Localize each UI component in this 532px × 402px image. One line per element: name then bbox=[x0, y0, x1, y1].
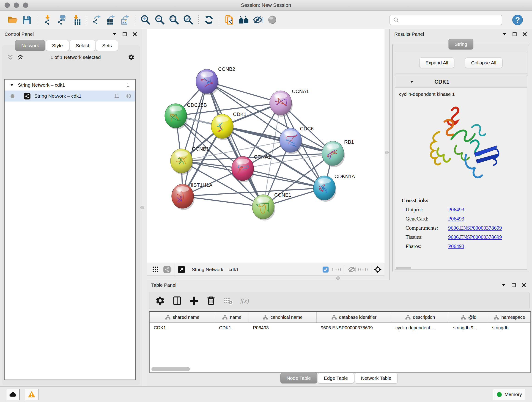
panel-menu-icon[interactable] bbox=[502, 32, 507, 37]
node-CCNA1[interactable] bbox=[270, 91, 293, 117]
warnings-button[interactable] bbox=[25, 389, 38, 400]
column-header-canonical-name[interactable]: canonical name bbox=[249, 312, 317, 322]
tab-edge-table[interactable]: Edge Table bbox=[318, 373, 354, 383]
export-image-button[interactable] bbox=[119, 13, 131, 27]
network-canvas[interactable]: CCNB2CCNA1CDC25BCDK1CDC6RB1CCNB1CCNA2CDK… bbox=[147, 29, 385, 263]
node-CCNB1[interactable] bbox=[171, 149, 193, 175]
column-header-database-identifier[interactable]: database identifier bbox=[317, 312, 391, 322]
bottom-splitter-handle[interactable] bbox=[336, 276, 340, 280]
node-RB1[interactable] bbox=[322, 141, 345, 167]
node-CDC6[interactable] bbox=[279, 128, 302, 154]
birds-eye-view-icon[interactable] bbox=[152, 266, 159, 274]
crosslink-uniprot-link[interactable]: P06493 bbox=[448, 207, 464, 213]
column-header-namespace[interactable]: namespace bbox=[488, 312, 531, 322]
entry-scrollbar-thumb[interactable] bbox=[396, 267, 411, 269]
open-session-button[interactable] bbox=[6, 13, 19, 27]
network-collection-row[interactable]: String Network – cdk1 1 bbox=[5, 80, 135, 90]
expand-all-networks-icon[interactable] bbox=[7, 54, 14, 61]
node-CDC25B[interactable] bbox=[165, 104, 188, 129]
zoom-in-button[interactable] bbox=[139, 13, 152, 27]
hidden-eye-icon[interactable] bbox=[348, 266, 356, 274]
network-options-gear-icon[interactable] bbox=[127, 54, 135, 61]
node-CDKN1A[interactable] bbox=[313, 176, 336, 202]
column-header-name[interactable]: name bbox=[215, 312, 249, 322]
tab-select[interactable]: Select bbox=[70, 40, 95, 51]
apply-layout-button[interactable] bbox=[203, 13, 215, 27]
collection-label: String Network – cdk1 bbox=[18, 82, 65, 88]
panel-close-icon[interactable] bbox=[132, 32, 138, 37]
help-button[interactable]: ? bbox=[512, 14, 523, 26]
network-inactive-icon[interactable] bbox=[163, 266, 171, 274]
table-options-gear-icon[interactable] bbox=[155, 296, 165, 306]
edge-HIST1H1A-CCNE1[interactable] bbox=[183, 196, 263, 207]
network-graph[interactable]: CCNB2CCNA1CDC25BCDK1CDC6RB1CCNB1CCNA2CDK… bbox=[147, 29, 385, 263]
crosslink-genecard-link[interactable]: P06493 bbox=[448, 216, 464, 222]
panel-float-icon[interactable] bbox=[122, 32, 127, 37]
tab-sets[interactable]: Sets bbox=[96, 40, 118, 51]
selected-checkbox-icon[interactable] bbox=[322, 266, 329, 274]
panel-menu-icon[interactable] bbox=[112, 32, 117, 37]
column-header-description[interactable]: description bbox=[391, 312, 449, 322]
edge-CCNB2-CCNE1[interactable] bbox=[207, 81, 263, 207]
export-table-button[interactable] bbox=[104, 13, 117, 27]
panel-float-icon[interactable] bbox=[512, 32, 517, 37]
node-CCNE1[interactable] bbox=[252, 195, 275, 220]
import-table-file-button[interactable] bbox=[70, 13, 82, 27]
column-header-id[interactable]: @id bbox=[449, 312, 488, 322]
edge-CDK1-RB1[interactable] bbox=[222, 126, 333, 153]
node-CDK1[interactable] bbox=[211, 114, 234, 140]
cloud-status-button[interactable] bbox=[6, 389, 20, 400]
add-column-icon[interactable] bbox=[189, 296, 199, 306]
node-CCNB2[interactable] bbox=[196, 69, 219, 95]
network-row[interactable]: String Network – cdk1 11 48 bbox=[5, 90, 135, 102]
crosslink-tissues-link[interactable]: 9606.ENSP00000378699 bbox=[448, 234, 502, 240]
crosslink-compartments-link[interactable]: 9606.ENSP00000378699 bbox=[448, 225, 502, 231]
export-network-button[interactable] bbox=[90, 13, 103, 27]
delete-column-icon[interactable] bbox=[206, 296, 216, 306]
save-session-button[interactable] bbox=[21, 13, 33, 27]
import-network-database-button[interactable] bbox=[56, 13, 68, 27]
collapse-all-networks-icon[interactable] bbox=[17, 54, 24, 61]
entry-header[interactable]: CDK1 bbox=[395, 76, 527, 88]
tab-network[interactable]: Network bbox=[15, 40, 45, 51]
edge-CCNB2-HIST1H1A[interactable] bbox=[183, 81, 207, 196]
show-columns-icon[interactable] bbox=[172, 296, 182, 306]
window-zoom-button[interactable] bbox=[23, 2, 28, 8]
node-CCNA2[interactable] bbox=[232, 156, 254, 182]
tab-string[interactable]: String bbox=[448, 39, 473, 50]
show-all-button[interactable] bbox=[266, 13, 278, 27]
window-minimize-button[interactable] bbox=[14, 2, 19, 8]
window-close-button[interactable] bbox=[5, 2, 10, 8]
panel-float-icon[interactable] bbox=[511, 282, 516, 288]
panel-menu-icon[interactable] bbox=[501, 282, 506, 288]
detach-view-icon[interactable] bbox=[177, 266, 185, 274]
memory-button[interactable]: Memory bbox=[493, 389, 526, 400]
zoom-selected-button[interactable] bbox=[182, 13, 194, 27]
crosslink-pharos-link[interactable]: P06493 bbox=[448, 243, 464, 249]
panel-close-icon[interactable] bbox=[521, 282, 526, 288]
zoom-out-button[interactable] bbox=[153, 13, 166, 27]
import-network-file-button[interactable] bbox=[41, 13, 54, 27]
table-panel-titlebar: Table Panel bbox=[147, 280, 532, 290]
collapse-all-button[interactable]: Collapse All bbox=[465, 57, 502, 68]
column-header-shared-name[interactable]: shared name bbox=[150, 312, 215, 322]
tab-node-table[interactable]: Node Table bbox=[280, 373, 317, 383]
panel-close-icon[interactable] bbox=[522, 32, 527, 37]
table-hscrollbar-thumb[interactable] bbox=[152, 367, 190, 371]
search-box[interactable] bbox=[389, 15, 502, 25]
collection-expander-icon[interactable] bbox=[9, 82, 15, 88]
window-title: Session: New Session bbox=[0, 0, 532, 11]
right-splitter-handle[interactable] bbox=[385, 151, 389, 154]
expand-all-button[interactable]: Expand All bbox=[419, 57, 454, 68]
zoom-fit-button[interactable] bbox=[168, 13, 180, 27]
tab-style[interactable]: Style bbox=[46, 40, 69, 51]
fit-selected-button[interactable] bbox=[371, 266, 385, 274]
left-splitter-handle[interactable] bbox=[140, 206, 144, 209]
table-row[interactable]: CDK1CDK1P064939606.ENSP00000378699cyclin… bbox=[150, 323, 530, 333]
first-neighbors-button[interactable] bbox=[237, 13, 250, 27]
entry-expander-icon[interactable] bbox=[409, 79, 414, 84]
tab-network-table[interactable]: Network Table bbox=[355, 373, 398, 383]
hide-selected-button[interactable] bbox=[252, 13, 264, 27]
search-input[interactable] bbox=[399, 17, 499, 23]
clipboard-network-button[interactable] bbox=[223, 13, 235, 27]
